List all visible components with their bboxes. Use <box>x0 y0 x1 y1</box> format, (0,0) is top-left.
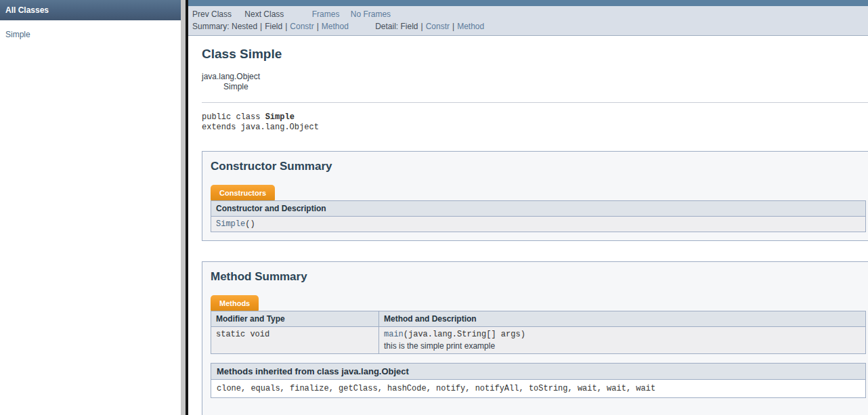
page-title: Class Simple <box>202 47 868 62</box>
constructor-signature: () <box>245 219 255 229</box>
class-frame: Prev Class Next Class Frames No Frames S… <box>188 0 868 415</box>
all-classes-header: All Classes <box>0 0 181 20</box>
summary-constr-link[interactable]: Constr <box>290 22 313 31</box>
detail-group: Detail: Field|Constr|Method <box>375 22 484 31</box>
class-content: Class Simple java.lang.Object Simple pub… <box>188 36 868 415</box>
divider-rule <box>202 102 868 103</box>
detail-method-link[interactable]: Method <box>457 22 484 31</box>
summary-method-link[interactable]: Method <box>322 22 349 31</box>
method-table-header-modifier: Modifier and Type <box>211 311 379 327</box>
inherited-methods-heading: Methods inherited from class java.lang.O… <box>211 364 865 380</box>
inheritance-tree: java.lang.Object Simple <box>202 72 868 92</box>
method-summary-table: Modifier and Type Method and Description… <box>211 311 866 354</box>
method-modifier-cell: static void <box>211 327 379 354</box>
summary-nested: Nested <box>232 22 257 31</box>
method-main-link[interactable]: main <box>384 330 404 339</box>
class-declaration: public class Simple extends java.lang.Ob… <box>202 112 868 133</box>
all-classes-frame: All Classes Simple <box>0 0 181 415</box>
constructor-summary-table: Constructor and Description Simple() <box>211 200 866 232</box>
nav-next-class: Next Class <box>244 9 284 19</box>
method-summary-section: Method Summary Methods Modifier and Type… <box>202 261 868 415</box>
constructor-simple-link[interactable]: Simple <box>216 219 245 229</box>
sub-navigation: Summary: Nested|Field|Constr|Method Deta… <box>192 22 868 35</box>
javadoc-page: All Classes Simple Prev Class Next Class… <box>0 0 868 415</box>
constructor-table-header: Constructor and Description <box>211 201 866 217</box>
class-list: Simple <box>0 20 181 40</box>
method-table-header-description: Method and Description <box>379 311 866 327</box>
class-list-item-simple[interactable]: Simple <box>5 30 30 39</box>
table-row: static void main(java.lang.String[] args… <box>211 327 866 354</box>
frame-divider[interactable] <box>181 0 188 415</box>
summary-label: Summary: <box>192 22 230 31</box>
inherited-methods-list: clone, equals, finalize, getClass, hashC… <box>211 380 865 397</box>
nav-prev-class: Prev Class <box>192 9 232 19</box>
inheritance-child: Simple <box>202 82 868 92</box>
separator: | <box>314 22 322 31</box>
top-dark-bar <box>188 0 868 6</box>
top-navigation: Prev Class Next Class Frames No Frames <box>192 6 868 22</box>
nav-no-frames-link[interactable]: No Frames <box>351 9 391 19</box>
table-row: Simple() <box>211 217 866 232</box>
separator: | <box>257 22 265 31</box>
separator: | <box>418 22 426 31</box>
constructor-summary-section: Constructor Summary Constructors Constru… <box>202 151 868 241</box>
detail-field: Field <box>401 22 418 31</box>
method-signature: (java.lang.String[] args) <box>404 330 525 339</box>
declaration-modifiers: public class <box>202 112 265 122</box>
nav-frames-link[interactable]: Frames <box>312 9 340 19</box>
declaration-class-name: Simple <box>265 112 295 122</box>
constructor-summary-heading: Constructor Summary <box>211 160 866 173</box>
separator: | <box>282 22 290 31</box>
navigation-bars: Prev Class Next Class Frames No Frames S… <box>188 6 868 36</box>
method-description: this is the simple print example <box>384 341 861 351</box>
detail-label: Detail: <box>375 22 398 31</box>
methods-tab[interactable]: Methods <box>211 295 259 311</box>
inherited-methods-section: Methods inherited from class java.lang.O… <box>211 363 866 398</box>
detail-constr-link[interactable]: Constr <box>426 22 450 31</box>
method-summary-heading: Method Summary <box>211 270 866 284</box>
declaration-extends: extends java.lang.Object <box>202 123 319 132</box>
constructors-tab[interactable]: Constructors <box>211 185 275 200</box>
summary-field: Field <box>265 22 282 31</box>
inheritance-parent: java.lang.Object <box>202 72 868 82</box>
separator: | <box>450 22 457 31</box>
